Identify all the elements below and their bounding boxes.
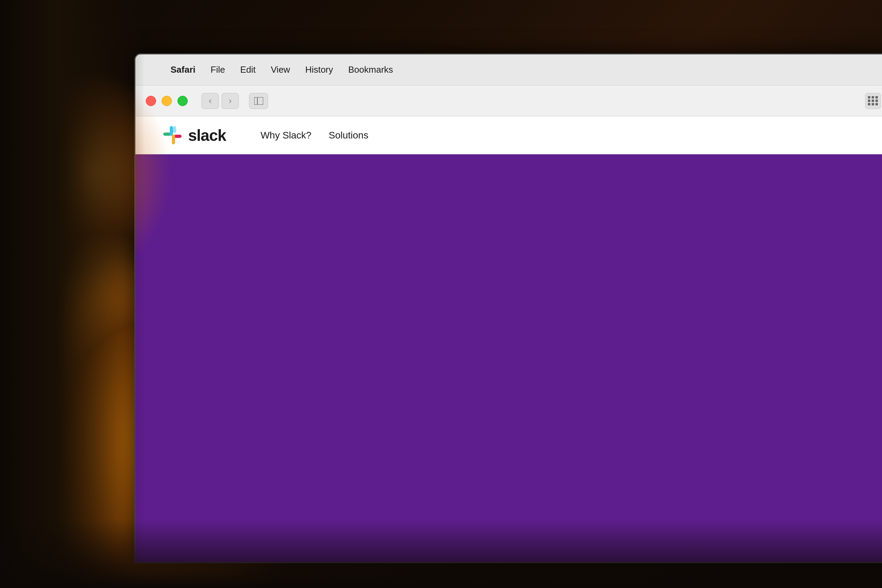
sidebar-icon — [254, 97, 263, 105]
svg-rect-3 — [172, 135, 175, 138]
nav-why-slack[interactable]: Why Slack? — [261, 130, 312, 141]
slack-nav-items: Why Slack? Solutions — [261, 130, 368, 141]
bookmarks-menu[interactable]: Bookmarks — [341, 54, 401, 85]
safari-menu[interactable]: Safari — [163, 54, 203, 85]
svg-rect-0 — [254, 97, 263, 105]
slack-logo-area: slack — [163, 126, 226, 145]
laptop-screen: Safari File Edit View History Bookmarks … — [134, 53, 882, 563]
slack-hero-banner — [135, 154, 882, 562]
back-button[interactable]: ‹ — [201, 93, 219, 109]
website-content: slack Why Slack? Solutions — [135, 116, 882, 562]
forward-chevron-icon: › — [229, 95, 232, 106]
left-overlay — [0, 0, 145, 588]
forward-button[interactable]: › — [222, 93, 239, 109]
apple-menu[interactable] — [149, 54, 163, 85]
slack-navbar: slack Why Slack? Solutions — [135, 116, 882, 154]
tabs-grid-button[interactable] — [865, 93, 881, 109]
safari-toolbar: ‹ › — [135, 86, 882, 116]
grid-icon — [868, 96, 878, 105]
minimize-button[interactable] — [162, 96, 172, 106]
sidebar-toggle-button[interactable] — [249, 93, 268, 109]
slack-brand-name: slack — [188, 126, 226, 145]
file-menu[interactable]: File — [203, 54, 232, 85]
view-menu[interactable]: View — [263, 54, 298, 85]
back-chevron-icon: ‹ — [209, 95, 212, 106]
edit-menu[interactable]: Edit — [232, 54, 263, 85]
nav-buttons: ‹ › — [201, 93, 239, 109]
bottom-overlay — [0, 519, 882, 588]
nav-solutions[interactable]: Solutions — [328, 130, 368, 141]
history-menu[interactable]: History — [298, 54, 341, 85]
macos-menu-bar: Safari File Edit View History Bookmarks — [135, 54, 882, 86]
maximize-button[interactable] — [177, 96, 188, 106]
